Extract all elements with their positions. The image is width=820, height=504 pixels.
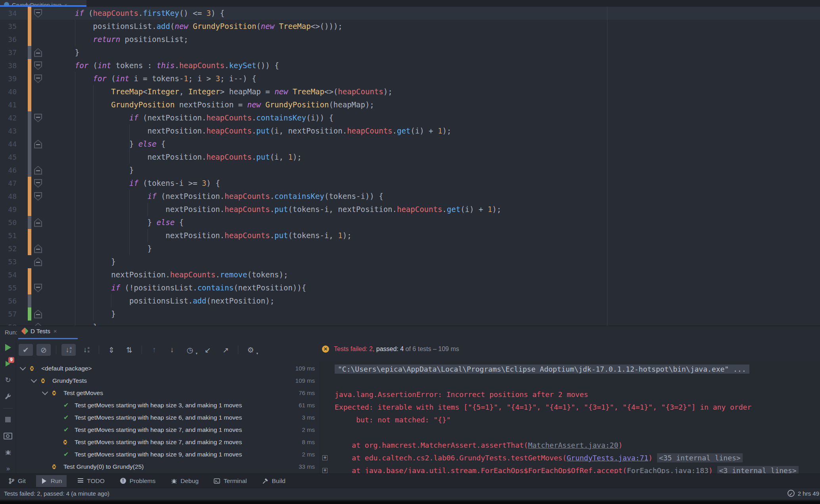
stack-trace-link[interactable]: ForEachOps.java:183	[627, 466, 709, 474]
internal-lines-note[interactable]: <3 internal lines>	[717, 466, 799, 474]
stack-trace-link[interactable]: GrundyTests.java:71	[567, 454, 648, 462]
fold-start-icon[interactable]	[34, 74, 42, 83]
check-icon[interactable]: ✔	[19, 344, 33, 356]
code-line-50: 50} else {	[0, 216, 820, 229]
code-text: }	[57, 255, 116, 268]
sort-duration-icon[interactable]: ↓≡≡	[79, 344, 94, 356]
close-icon[interactable]: ×	[54, 328, 57, 334]
line-number[interactable]: 58	[0, 321, 28, 326]
fold-end-icon[interactable]	[34, 140, 42, 149]
line-number[interactable]: 53	[0, 255, 28, 268]
sort-alpha-icon[interactable]: ↓az	[61, 344, 76, 356]
line-number[interactable]: 50	[0, 216, 28, 229]
refresh-icon[interactable]: ↻	[3, 375, 13, 385]
toolwindow-problems[interactable]: !Problems	[115, 475, 160, 487]
toolwindow-debug[interactable]: Debug	[166, 475, 203, 487]
chevron-down-icon[interactable]	[41, 391, 52, 394]
test-tree-row[interactable]: ✔Test getMoves starting with heap size 9…	[16, 448, 320, 460]
fold-start-icon[interactable]	[34, 114, 42, 122]
test-tree-row[interactable]: ✔Test getMoves starting with heap size 3…	[16, 399, 320, 411]
line-number[interactable]: 38	[0, 59, 28, 72]
test-tree-row[interactable]: ✕GrundyTests109 ms	[16, 374, 320, 387]
line-number[interactable]: 41	[0, 98, 28, 111]
line-number[interactable]: 55	[0, 281, 28, 294]
fold-end-icon[interactable]	[34, 323, 42, 326]
stack-trace-link[interactable]: MatcherAssert.java:20	[528, 441, 619, 449]
toolwindow-git[interactable]: Git	[3, 475, 31, 487]
run-config-tab[interactable]: D Tests ×	[22, 328, 57, 334]
code-editor[interactable]: 34if (heapCounts.firstKey() <= 3) {35pos…	[0, 7, 820, 326]
fold-slot	[31, 307, 45, 321]
test-tree-row[interactable]: ✔Test getMoves starting with heap size 7…	[16, 424, 320, 436]
code-line-54: 54nextPosition.heapCounts.remove(tokens)…	[0, 268, 820, 281]
fold-start-icon[interactable]	[34, 192, 42, 201]
fold-end-icon[interactable]	[34, 310, 42, 319]
fold-end-icon[interactable]	[34, 258, 42, 266]
fold-slot	[31, 46, 45, 59]
code-line-34: 34if (heapCounts.firstKey() <= 3) {	[0, 7, 820, 20]
line-number[interactable]: 36	[0, 33, 28, 46]
collapse-all-icon[interactable]: ⇅	[122, 344, 136, 356]
play-failed-icon[interactable]: 9	[3, 359, 13, 368]
line-number[interactable]: 52	[0, 242, 28, 255]
chevron-down-icon[interactable]	[19, 367, 30, 370]
toolwindow-run[interactable]: Run	[36, 475, 67, 487]
fold-end-icon[interactable]	[34, 218, 42, 227]
test-console[interactable]: "C:\Users\epica\AppData\Local\Programs\E…	[320, 361, 820, 474]
line-number[interactable]: 54	[0, 268, 28, 281]
arrow-up-icon[interactable]: ↑	[147, 344, 161, 356]
gear-icon[interactable]: ⚙▾	[243, 344, 258, 356]
line-number[interactable]: 42	[0, 111, 28, 124]
line-number[interactable]: 46	[0, 164, 28, 177]
clock-icon[interactable]: ◷▾	[183, 344, 197, 356]
camera-icon[interactable]	[3, 431, 13, 441]
fold-end-icon[interactable]	[34, 166, 42, 175]
line-number[interactable]: 56	[0, 294, 28, 307]
line-number[interactable]: 35	[0, 20, 28, 33]
check-circle-icon[interactable]: ✓	[787, 490, 795, 497]
stop-icon[interactable]	[3, 414, 13, 424]
fold-start-icon[interactable]	[34, 9, 42, 18]
chevrons-right-icon[interactable]: »	[3, 464, 13, 474]
circle-slash-icon[interactable]: ⊘	[36, 344, 51, 356]
import-icon[interactable]: ↙	[201, 344, 215, 356]
expand-fold-icon[interactable]: +	[322, 455, 328, 460]
expand-fold-icon[interactable]: +	[322, 468, 328, 473]
play-icon[interactable]	[3, 342, 13, 352]
line-number[interactable]: 49	[0, 203, 28, 216]
fold-end-icon[interactable]	[34, 244, 42, 253]
arrow-down-icon[interactable]: ↓	[165, 344, 179, 356]
line-number[interactable]: 37	[0, 46, 28, 59]
internal-lines-note[interactable]: <35 internal lines>	[657, 453, 743, 462]
fold-start-icon[interactable]	[34, 61, 42, 70]
fold-end-icon[interactable]	[34, 48, 42, 57]
line-number[interactable]: 34	[0, 7, 28, 20]
fold-start-icon[interactable]	[34, 179, 42, 188]
code-line-52: 52}	[0, 242, 820, 255]
toolwindow-terminal[interactable]: Terminal	[209, 475, 252, 487]
chevron-down-icon[interactable]	[30, 379, 41, 382]
test-tree-row[interactable]: ✕<default package>109 ms	[16, 362, 320, 374]
wrench-icon[interactable]	[3, 391, 13, 401]
line-number[interactable]: 44	[0, 137, 28, 151]
line-number[interactable]: 48	[0, 190, 28, 203]
toolwindow-todo[interactable]: TODO	[72, 475, 109, 487]
bug-icon[interactable]	[3, 447, 13, 457]
test-tree-row[interactable]: ✕Test getMoves76 ms	[16, 387, 320, 399]
line-number[interactable]: 39	[0, 72, 28, 85]
test-tree-row[interactable]: ✕Test Grundy(0) to Grundy(25)33 ms	[16, 460, 320, 473]
line-number[interactable]: 51	[0, 229, 28, 242]
expand-all-icon[interactable]: ⇕	[104, 344, 119, 356]
line-number[interactable]: 57	[0, 307, 28, 321]
failed-count-badge: 9	[8, 357, 14, 363]
export-icon[interactable]: ↗	[218, 344, 233, 356]
test-tree-row[interactable]: ✔Test getMoves starting with heap size 6…	[16, 411, 320, 424]
test-tree-row[interactable]: ✕Test getMoves starting with heap size 7…	[16, 436, 320, 448]
line-number[interactable]: 43	[0, 124, 28, 137]
line-number[interactable]: 45	[0, 151, 28, 164]
line-number[interactable]: 47	[0, 177, 28, 190]
line-number[interactable]: 40	[0, 85, 28, 98]
toolwindow-build[interactable]: Build	[257, 475, 290, 487]
fold-slot	[31, 33, 45, 46]
fold-start-icon[interactable]	[34, 284, 42, 292]
